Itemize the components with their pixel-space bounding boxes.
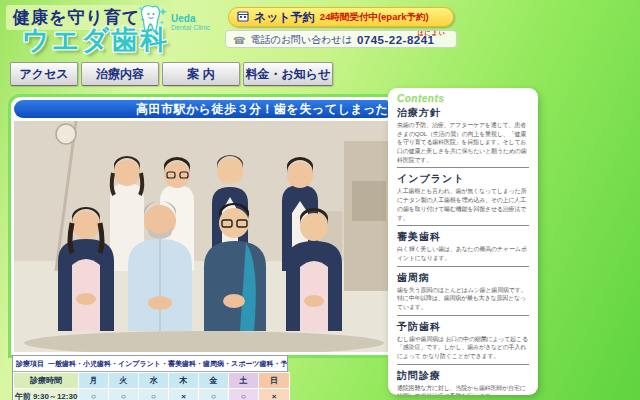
sidebar-text-cosmetic: 白く輝く美しい歯は、あなたの最高のチャームポイントになります。 <box>397 245 529 262</box>
clinic-logo: Ueda Dental Clinic <box>138 4 210 40</box>
sidebar-section-implant: インプラント 人工歯根とも言われ、歯が無くなってしまった所にチタン製の人工歯根を… <box>397 172 529 226</box>
schedule-header-wed: 水 <box>139 373 169 389</box>
schedule-mark: ○ <box>79 389 109 400</box>
schedule-header-thu: 木 <box>169 373 199 389</box>
sidebar-link-visit[interactable]: 訪問診療 <box>397 369 529 383</box>
schedule-mark: × <box>259 389 290 400</box>
nav-access[interactable]: アクセス <box>10 62 78 86</box>
sidebar-text-preventive: むし歯や歯周病は お口の中の細菌によって起こる「感染症」です。しかし、歯みがきな… <box>397 335 529 361</box>
schedule-mark: ○ <box>229 389 259 400</box>
nav-treatment[interactable]: 治療内容 <box>81 62 159 86</box>
sidebar-text-policy: 虫歯の予防、治療、アフターケアを通じて、患者さまのQOL（生活の質）の向上を重視… <box>397 121 529 164</box>
sidebar-link-cosmetic[interactable]: 審美歯科 <box>397 230 529 244</box>
logo-subtitle-en: Dental Clinic <box>171 24 210 32</box>
main-nav: アクセス 治療内容 案 内 料金・お知らせ <box>10 62 333 86</box>
ticker-banner: 高田市駅から徒歩３分！歯を失ってしまった方に、食 <box>14 100 394 118</box>
phone-icon: ☎ <box>233 35 245 46</box>
schedule-time-range: 9:30～12:30 <box>33 392 77 400</box>
sidebar-section-periodontal: 歯周病 歯を失う原因のほとんどはムシ歯と歯周病です。特に中年以降は、歯周病が最も… <box>397 271 529 316</box>
schedule-block: 診療項目一般歯科・小児歯科・インプラント・審美歯科・歯周病・スポーツ歯科・予防歯… <box>12 355 288 400</box>
schedule-mark: ○ <box>139 389 169 400</box>
services-bar: 診療項目一般歯科・小児歯科・インプラント・審美歯科・歯周病・スポーツ歯科・予防歯… <box>13 356 287 372</box>
net-reservation-note: 24時間受付中(epark予約) <box>320 11 429 24</box>
schedule-row-morning: 午前 9:30～12:30 ○ ○ ○ × ○ ○ × <box>14 389 290 400</box>
sidebar-text-implant: 人工歯根とも言われ、歯が無くなってしまった所にチタン製の人工歯根を埋め込み、その… <box>397 187 529 222</box>
schedule-header-time: 診療時間 <box>14 373 79 389</box>
net-reservation-button[interactable]: ネット予約 24時間受付中(epark予約) <box>228 7 454 27</box>
sidebar-section-cosmetic: 審美歯科 白く輝く美しい歯は、あなたの最高のチャームポイントになります。 <box>397 230 529 266</box>
schedule-header-mon: 月 <box>79 373 109 389</box>
phone-label: 電話のお問い合わせは <box>250 33 351 47</box>
logo-name-en: Ueda <box>171 13 210 24</box>
tooth-icon <box>138 4 168 40</box>
schedule-time-label: 午前 <box>15 392 31 400</box>
schedule-table: 診療時間 月 火 水 木 金 土 日 午前 9:30～12:30 ○ ○ ○ ×… <box>13 372 290 400</box>
staff-group-photo <box>14 121 394 352</box>
schedule-header-tue: 火 <box>109 373 139 389</box>
sidebar-section-preventive: 予防歯科 むし歯や歯周病は お口の中の細菌によって起こる「感染症」です。しかし、… <box>397 320 529 365</box>
schedule-header-sun: 日 <box>259 373 290 389</box>
schedule-time-cell: 午前 9:30～12:30 <box>14 389 79 400</box>
schedule-mark: × <box>169 389 199 400</box>
schedule-mark: ○ <box>109 389 139 400</box>
sidebar-text-periodontal: 歯を失う原因のほとんどはムシ歯と歯周病です。特に中年以降は、歯周病が最も大きな原… <box>397 286 529 312</box>
services-label: 診療項目 <box>16 360 44 367</box>
nav-guide[interactable]: 案 内 <box>162 62 240 86</box>
phone-contact-bar[interactable]: ☎ 電話のお問い合わせは 0745-22-8241 はによい <box>225 30 457 48</box>
schedule-header-fri: 金 <box>199 373 229 389</box>
net-reservation-label: ネット予約 <box>254 9 315 26</box>
nav-fees-news[interactable]: 料金・お知らせ <box>243 62 333 86</box>
main-content-card: 高田市駅から徒歩３分！歯を失ってしまった方に、食 <box>8 94 400 358</box>
schedule-mark: ○ <box>199 389 229 400</box>
schedule-header-row: 診療時間 月 火 水 木 金 土 日 <box>14 373 290 389</box>
sidebar-title: Contents <box>397 93 529 104</box>
sidebar-text-visit: 通院困難な方に対し、当院から歯科医師が自宅に訪問して歯科治療や予防を行います。 <box>397 384 529 395</box>
sidebar-link-preventive[interactable]: 予防歯科 <box>397 320 529 334</box>
calendar-icon <box>237 8 249 26</box>
sidebar-link-periodontal[interactable]: 歯周病 <box>397 271 529 285</box>
sidebar-section-policy: 治療方針 虫歯の予防、治療、アフターケアを通じて、患者さまのQOL（生活の質）の… <box>397 106 529 168</box>
page: 健康を守り育てる ウエダ歯科 Ueda Dental Clinic <box>0 0 640 400</box>
services-list: 一般歯科・小児歯科・インプラント・審美歯科・歯周病・スポーツ歯科・予防歯科 <box>48 360 287 367</box>
sidebar-link-policy[interactable]: 治療方針 <box>397 106 529 120</box>
phone-furigana: はによい <box>417 29 446 38</box>
sidebar-section-visit: 訪問診療 通院困難な方に対し、当院から歯科医師が自宅に訪問して歯科治療や予防を行… <box>397 369 529 395</box>
sidebar-link-implant[interactable]: インプラント <box>397 172 529 186</box>
contents-sidebar: Contents 治療方針 虫歯の予防、治療、アフターケアを通じて、患者さまのQ… <box>388 88 538 395</box>
schedule-header-sat: 土 <box>229 373 259 389</box>
